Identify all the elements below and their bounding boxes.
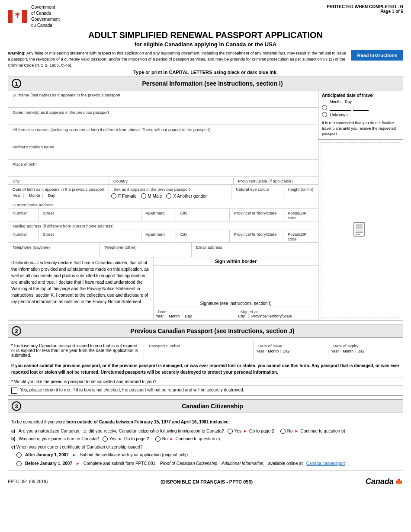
travel-date-title: Anticipated date of travel [322, 93, 399, 98]
surname-label: Surname (last name) as it appears in the… [10, 92, 316, 97]
cannot-submit-text: If you cannot submit the previous passpo… [8, 360, 403, 378]
qa-b-no-radio[interactable] [155, 436, 161, 442]
warning-section: Warning: Any false or misleading stateme… [8, 50, 403, 68]
svg-rect-2 [22, 10, 27, 23]
form-subtitle: for eligible Canadians applying in Canad… [8, 41, 403, 48]
travel-date-panel: Anticipated date of travel Month Day Unk… [318, 90, 403, 320]
canada-wordmark: Canada 🍁 [366, 477, 403, 486]
email-col: Email address [192, 243, 318, 257]
travel-date-input-row [322, 105, 399, 111]
section3-body: To be completed if you were born outside… [8, 417, 403, 471]
section2-header: 2 Previous Canadian Passport (see Instru… [8, 324, 403, 338]
after-jan-option: After January 1, 2007 ► Submit the certi… [16, 452, 400, 458]
section3-number: 3 [12, 401, 21, 411]
home-addr-fields: Number Street Apartment City Province/Te… [8, 209, 318, 221]
qa-a-yes[interactable]: Yes ► Go to page 2 [228, 428, 274, 435]
addr-postal: Postal/ZIP code [283, 209, 318, 221]
mail-postal: Postal/ZIP code [283, 230, 318, 242]
declaration-sig-row: Declaration—I solemnly declare that I am… [8, 257, 318, 320]
section3-content: To be completed if you were born outside… [8, 417, 403, 471]
sex-x-radio[interactable] [166, 193, 171, 199]
qa-b-options: Yes ► Go to page 2 No ► Continue to ques… [103, 436, 220, 442]
qa-row-c: c) When was your current certificate of … [11, 444, 400, 451]
before-jan-radio[interactable] [16, 461, 22, 466]
mail-apt: Apartment [141, 230, 176, 242]
qa-b-yes[interactable]: Yes ► Go to page 2 [103, 436, 149, 442]
date-col: Date Year Month Day [154, 307, 236, 320]
declaration-text: Declaration—I solemnly declare that I am… [8, 257, 154, 320]
qa-b-label: b) [11, 436, 15, 442]
mail-city: City [176, 230, 230, 242]
travel-note: It is recommended that you do not finali… [322, 119, 399, 137]
mail-addr-label-row: Mailing address (if different from curre… [8, 221, 318, 230]
mail-prov: Province/Territory/State [230, 230, 283, 242]
sex-block: Sex as it appears in the previous passpo… [109, 185, 231, 200]
addr-apt: Apartment [141, 209, 176, 221]
dob-sex-row: Date of birth as it appears in the previ… [8, 185, 318, 200]
svg-rect-6 [356, 224, 363, 229]
signature-block: Sign within border Signature (see Instru… [154, 257, 318, 320]
country-col: Country [109, 177, 234, 184]
sex-female-option[interactable]: F Female [111, 193, 136, 199]
section2-body: * Enclose any Canadian passport issued t… [8, 341, 403, 396]
unknown-option-row: Unknown [322, 112, 399, 117]
passport-number-col: Passport number [144, 341, 254, 360]
prov-col: Prov./Terr./State (if applicable) [234, 177, 318, 184]
section1-fields: Surname (last name) as it appears in the… [8, 90, 318, 320]
addr-city: City [176, 209, 230, 221]
passport-icon [352, 221, 369, 239]
qa-b-text: Was one of your parents born in Canada? [19, 436, 99, 442]
mail-street: Street [39, 230, 141, 242]
birth-place-field: Place of birth [8, 160, 318, 177]
qa-a-yes-radio[interactable] [228, 429, 233, 434]
addr-number: Number [8, 209, 39, 221]
enclose-text: * Enclose any Canadian passport issued t… [8, 341, 144, 360]
addr-prov: Province/Territory/State [230, 209, 283, 221]
surname-field: Surname (last name) as it appears in the… [8, 90, 318, 108]
qa-a-no[interactable]: No ► Continue to question b) [280, 428, 345, 435]
canada-passport-link[interactable]: Canada.ca/passport [306, 460, 345, 467]
former-label: All former surnames (including surname a… [10, 126, 316, 132]
footer: PPTC 054 (06-2019) (DISPONIBLE EN FRANÇA… [8, 475, 403, 488]
after-jan-radio[interactable] [16, 452, 22, 458]
qa-b-yes-radio[interactable] [103, 436, 108, 442]
dob-block: Date of birth as it appears in the previ… [8, 185, 109, 200]
yes-return-row: Yes, please return it to me. If this box… [8, 386, 403, 395]
canada-flag-icon [8, 10, 27, 23]
section3-header: 3 Canadian Citizenship [8, 399, 403, 413]
warning-text: Warning: Any false or misleading stateme… [8, 50, 348, 68]
footer-french: (DISPONIBLE EN FRANÇAIS - PPTC 055) [161, 479, 253, 484]
canada-wordmark-flag: 🍁 [395, 478, 403, 486]
given-label: Given name(s) as it appears in the previ… [10, 109, 316, 115]
unknown-radio[interactable] [322, 112, 327, 117]
qa-row-a: a) Are you a naturalized Canadian, i.e. … [11, 428, 400, 435]
sex-male-radio[interactable] [141, 193, 146, 199]
tel-day-col: Telephone (daytime) [8, 243, 100, 257]
tel-other-col: Telephone (other) [100, 243, 192, 257]
signed-at-col: Signed at City Province/Territory/State [236, 307, 318, 320]
yes-return-checkbox[interactable] [11, 388, 17, 394]
sex-x-option[interactable]: X Another gender [166, 193, 207, 199]
before-jan-option: Before January 1, 2007 ► Complete and su… [16, 460, 400, 467]
addr-street: Street [39, 209, 141, 221]
travel-date-radio[interactable] [322, 105, 327, 110]
qa-b-no[interactable]: No ► Continue to question c) [155, 436, 220, 442]
qa-a-options: Yes ► Go to page 2 No ► Continue to ques… [228, 428, 345, 435]
qa-a-no-radio[interactable] [280, 429, 286, 434]
passport-number-fields: Passport number Date of issue Year Month… [144, 341, 403, 360]
qa-a-label: a) [11, 428, 15, 435]
telephone-row: Telephone (daytime) Telephone (other) Em… [8, 243, 318, 257]
protected-label: PROTECTED WHEN COMPLETED - B Page 1 of 5 [327, 4, 403, 14]
doi-col: Date of issue Year Month Day [254, 341, 328, 360]
read-instructions-button[interactable]: Read Instructions [351, 50, 403, 61]
maiden-name-field: Mother's maiden name [8, 142, 318, 160]
month-day-labels: Month Day [330, 99, 399, 104]
section1-header: 1 Personal Information (see Instructions… [8, 77, 403, 90]
travel-date-box: Anticipated date of travel Month Day Unk… [318, 90, 403, 140]
government-logo: Government of Canada Gouvernement du Can… [8, 4, 60, 29]
svg-rect-4 [17, 15, 18, 18]
sex-male-option[interactable]: M Male [141, 193, 162, 199]
sex-female-radio[interactable] [111, 193, 116, 199]
signature-area[interactable] [154, 266, 318, 300]
doe-col: Date of expiry Year Month Day [328, 341, 403, 360]
